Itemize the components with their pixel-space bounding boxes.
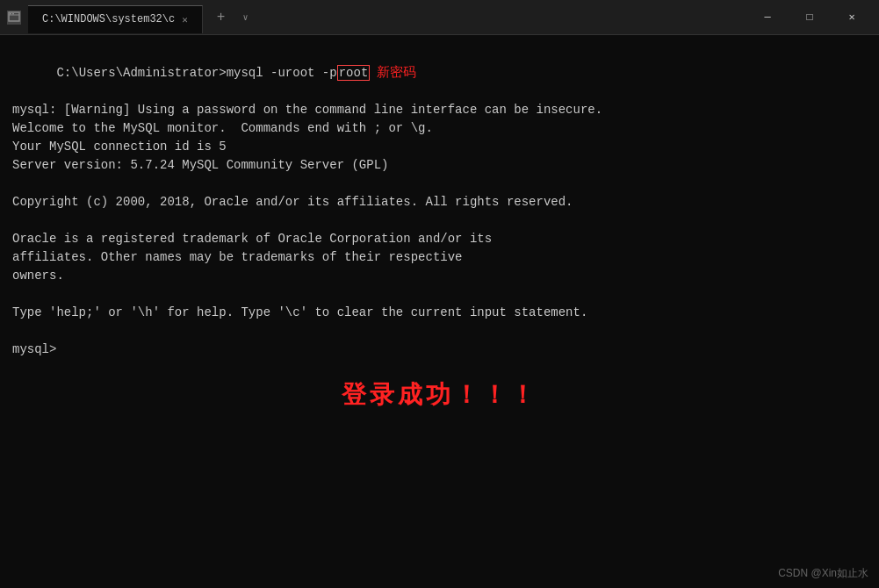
blank-line-4 [12,322,867,341]
close-button[interactable]: ✕ [832,4,872,32]
blank-line-3 [12,285,867,304]
oracle-line-2: affiliates. Other names may be trademark… [12,248,867,267]
svg-rect-3 [12,13,14,15]
terminal-tab[interactable]: C:\WINDOWS\system32\c ✕ [28,5,203,33]
title-bar-left: C:\WINDOWS\system32\c ✕ + ∨ [7,2,747,33]
tab-close-button[interactable]: ✕ [182,14,188,25]
tab-label: C:\WINDOWS\system32\c [42,13,175,25]
window-controls: — □ ✕ [747,4,872,32]
prompt-line: mysql> [12,341,867,359]
title-bar: C:\WINDOWS\system32\c ✕ + ∨ — □ ✕ [0,0,879,35]
add-tab-button[interactable]: + [210,10,233,25]
minimize-button[interactable]: — [747,4,788,32]
terminal-window: C:\WINDOWS\system32\c ✕ + ∨ — □ ✕ C:\Use… [0,0,879,588]
annotation-new-password: 新密码 [377,64,416,79]
watermark: CSDN @Xin如止水 [778,566,868,581]
help-line: Type 'help;' or '\h' for help. Type '\c'… [12,304,867,322]
terminal-content[interactable]: C:\Users\Administrator>mysql -uroot -pro… [0,35,879,588]
oracle-line-3: owners. [12,267,867,285]
success-message: 登录成功！！！ [12,376,867,413]
connection-id-line: Your MySQL connection id is 5 [12,138,867,156]
svg-rect-2 [10,13,11,15]
terminal-icon [7,11,21,25]
welcome-line: Welcome to the MySQL monitor. Commands e… [12,119,867,138]
blank-line-1 [12,175,867,193]
warning-line: mysql: [Warning] Using a password on the… [12,101,867,119]
server-version-line: Server version: 5.7.24 MySQL Community S… [12,156,867,175]
oracle-line-1: Oracle is a registered trademark of Orac… [12,230,867,248]
tab-dropdown-button[interactable]: ∨ [239,12,251,23]
password-highlight: root [337,65,371,81]
command-line: C:\Users\Administrator>mysql -uroot -pro… [12,44,867,101]
copyright-line: Copyright (c) 2000, 2018, Oracle and/or … [12,193,867,212]
blank-line-2 [12,212,867,230]
command-prefix: C:\Users\Administrator>mysql -uroot -p [56,66,336,80]
maximize-button[interactable]: □ [789,4,830,32]
